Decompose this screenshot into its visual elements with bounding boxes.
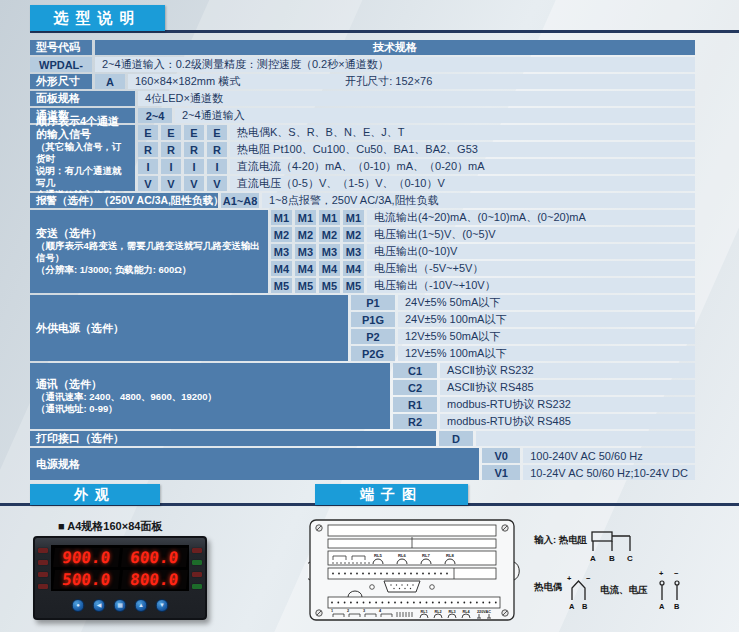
comm-desc: modbus-RTU协议 RS232 (440, 397, 695, 412)
transmit-code: M1 (343, 210, 364, 225)
table-row-v1: V1 10-24V AC 50/60 Hz;10-24V DC (482, 465, 695, 480)
panel-label: 面板规格 (30, 91, 135, 106)
comm-code: C2 (393, 380, 437, 395)
ext-power-desc: 12V±5% 100mA以下 (398, 346, 695, 361)
transmit-code: M4 (295, 261, 316, 276)
input-code: R (207, 142, 227, 157)
comm-desc: ASCⅡ协议 RS232 (440, 363, 695, 378)
input-code: V (184, 176, 204, 191)
svg-text:RL8: RL8 (446, 553, 455, 558)
transmit-code: M3 (271, 244, 292, 259)
input-code: I (207, 159, 227, 174)
thermocouple-pin-labels: + − A B (567, 574, 591, 611)
svg-text:A: A (659, 602, 665, 611)
transmit-code: M5 (271, 278, 292, 293)
transmit-code: M2 (295, 227, 316, 242)
transmit-label-line: （分辨率: 1/3000; 负载能力: 600Ω） (36, 264, 262, 276)
svg-text:−: − (586, 574, 591, 583)
power-button[interactable]: ● (72, 599, 85, 612)
ext-power-label: 外供电源（选件） (30, 295, 348, 361)
input-desc: 直流电流（4-20）mA、（0-10）mA、（0-20）mA (230, 159, 695, 174)
table-row-panel: 面板规格 4位LED×通道数 (30, 91, 695, 106)
transmit-code: M1 (271, 210, 292, 225)
alarm-desc: 1~8点报警，250V AC/3A,阻性负载 (262, 193, 695, 208)
svg-text:B: B (609, 554, 615, 563)
table-row-r1: R1 modbus-RTU协议 RS232 (393, 397, 695, 412)
thermocouple-label: 热电偶 (533, 581, 563, 592)
input-code: E (161, 125, 181, 140)
ext-power-desc: 12V±5% 50mA以下 (398, 329, 695, 344)
input-code: R (161, 142, 181, 157)
left-button[interactable]: ◀ (93, 599, 106, 612)
input-desc: 热电偶K、S、R、B、N、E、J、T (230, 125, 695, 140)
spec-sheet-page: 选型说明 外观 端子图 型号代码 技术规格 WPDAL- 2~4通道输入：0.2… (0, 0, 739, 632)
ext-power-code: P1 (351, 295, 395, 310)
comm-label-line: （通讯地址: 0-99） (36, 403, 384, 415)
alarm-indicator (192, 584, 202, 589)
instrument-front-panel: 900.0 600.0 500.0 800.0 ● ◀ ▦ ▲ ▼ (33, 536, 207, 620)
transmit-code: M3 (343, 244, 364, 259)
up-button[interactable]: ▲ (135, 599, 148, 612)
table-row-header: 型号代码 技术规格 (30, 40, 695, 55)
table-row-input-current: I I I I 直流电流（4-20）mA、（0-10）mA、（0-20）mA (138, 159, 695, 174)
transmit-desc: 电压输出(1~5)V、(0~5)V (367, 227, 695, 242)
alarm-indicator (192, 560, 202, 565)
table-row-alarm: 报警（选件）（250V AC/3A,阻性负载） A1~A8 1~8点报警，250… (30, 193, 695, 208)
set-button[interactable]: ▦ (114, 599, 127, 612)
channel-indicator (38, 560, 48, 565)
caption-bullet-icon: ■ (58, 520, 65, 532)
table-row-m4: M4 M4 M4 M4 电压输出（-5V~+5V） (271, 261, 695, 276)
alarm-indicator (192, 572, 202, 577)
supply-desc: 10-24V AC 50/60 Hz;10-24V DC (523, 465, 695, 480)
table-row-p1: P1 24V±5% 50mA以下 (351, 295, 695, 310)
caption-text: A4规格160×84面板 (67, 520, 162, 532)
current-voltage-icon (660, 581, 679, 600)
input-label-line: 顺序表示4个通道 (36, 115, 129, 128)
svg-text:B: B (582, 602, 588, 611)
svg-text:RL5: RL5 (374, 553, 383, 558)
table-row-input-tc: E E E E 热电偶K、S、R、B、N、E、J、T (138, 125, 695, 140)
rtd-pin-labels: A B C (590, 554, 633, 563)
table-row-c2: C2 ASCⅡ协议 RS485 (393, 380, 695, 395)
input-desc: 热电阻 Pt100、Cu100、Cu50、BA1、BA2、G53 (230, 142, 695, 157)
input-code: E (138, 125, 158, 140)
table-row-p1g: P1G 24V±5% 100mA以下 (351, 312, 695, 327)
ext-power-code: P1G (351, 312, 395, 327)
table-row-m3: M3 M3 M3 M3 电压输出(0~10)V (271, 244, 695, 259)
svg-text:C: C (627, 554, 633, 563)
mounting-ear (514, 562, 519, 580)
channel-indicator (38, 548, 48, 553)
comm-code: C1 (393, 363, 437, 378)
table-row-r2: R2 modbus-RTU协议 RS485 (393, 414, 695, 429)
input-label-line: 说明：有几个通道就写几 (36, 165, 129, 189)
comm-label: 通讯（选件） （通讯速率: 2400、4800、9600、19200） （通讯地… (30, 363, 390, 429)
model-code-header: 型号代码 (30, 40, 92, 55)
dimension-size: 160×84×182mm 横式 (135, 74, 240, 89)
comm-label-line: 通讯（选件） (36, 378, 384, 391)
transmit-code: M3 (295, 244, 316, 259)
transmit-desc: 电压输出（-5V~+5V） (367, 261, 695, 276)
led-value-ch2: 600.0 (121, 548, 187, 567)
ext-power-code: P2 (351, 329, 395, 344)
ext-power-desc: 24V±5% 100mA以下 (398, 312, 695, 327)
dimension-desc-cell: 160×84×182mm 横式 开孔尺寸: 152×76 (128, 74, 695, 89)
svg-text:RL2: RL2 (434, 610, 441, 614)
comm-label-line: （通讯速率: 2400、4800、9600、19200） (36, 391, 384, 403)
transmit-code: M5 (343, 278, 364, 293)
input-label-line: （其它输入信号，订货时 (36, 141, 129, 165)
table-row-input-rtd: R R R R 热电阻 Pt100、Cu100、Cu50、BA1、BA2、G53 (138, 142, 695, 157)
down-button[interactable]: ▼ (156, 599, 169, 612)
channel-indicator (38, 572, 48, 577)
input-code: E (184, 125, 204, 140)
dimension-label: 外形尺寸 (30, 74, 92, 89)
input-code: I (184, 159, 204, 174)
input-code: I (161, 159, 181, 174)
table-row-dimensions: 外形尺寸 A 160×84×182mm 横式 开孔尺寸: 152×76 (30, 74, 695, 89)
current-voltage-label: 电流、电压 (600, 584, 648, 595)
ext-power-desc: 24V±5% 50mA以下 (398, 295, 695, 310)
transmit-code: M5 (295, 278, 316, 293)
alarm-code: A1~A8 (221, 193, 259, 208)
transmit-code: M4 (343, 261, 364, 276)
table-row-print: 打印接口（选件） D (30, 431, 695, 446)
supply-code: V1 (482, 465, 520, 480)
